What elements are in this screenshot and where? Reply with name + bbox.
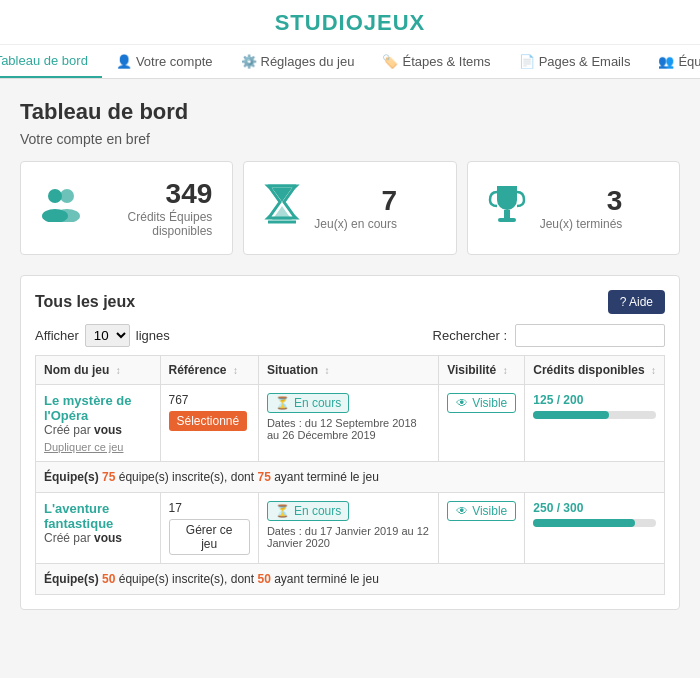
nav-item-reglages[interactable]: ⚙️ Réglages du jeu (227, 45, 369, 78)
nav-bar: 🏠 Tableau de bord 👤 Votre compte ⚙️ Régl… (0, 44, 700, 78)
team-label: Équipe(s) (44, 470, 99, 484)
col-reference-label: Référence (169, 363, 227, 377)
credits-text: 125 / 200 (533, 393, 656, 407)
cell-credits: 250 / 300 (525, 493, 665, 564)
col-situation-label: Situation (267, 363, 318, 377)
sort-icon-credits[interactable]: ↕ (651, 365, 656, 376)
nav-label-etapes: Étapes & Items (402, 54, 490, 69)
table-row: L'aventure fantastique Créé par vous 17 … (36, 493, 665, 564)
help-button[interactable]: ? Aide (608, 290, 665, 314)
sort-icon-reference[interactable]: ↕ (233, 365, 238, 376)
visibility-text: Visible (472, 504, 507, 518)
logo-text-jeux: JEUX (364, 10, 425, 35)
team-terminees-text: ayant terminé le jeu (274, 470, 379, 484)
gear-icon: ⚙️ (241, 54, 257, 69)
created-by-user: vous (94, 423, 122, 437)
team-cell: Équipe(s) 50 équipe(s) inscrite(s), dont… (36, 564, 665, 595)
sort-icon-situation[interactable]: ↕ (325, 365, 330, 376)
stat-number-en-cours: 7 (314, 185, 397, 217)
nav-item-compte[interactable]: 👤 Votre compte (102, 45, 227, 78)
eye-icon: 👁 (456, 396, 468, 410)
col-visibilite: Visibilité ↕ (439, 356, 525, 385)
status-badge: ⏳ En cours (267, 501, 349, 521)
team-icon: 👥 (658, 54, 674, 69)
hourglass-icon (264, 184, 300, 232)
team-cell: Équipe(s) 75 équipe(s) inscrite(s), dont… (36, 462, 665, 493)
entries-select[interactable]: 10 25 50 (85, 324, 130, 347)
nav-item-pages[interactable]: 📄 Pages & Emails (505, 45, 645, 78)
created-by: Créé par vous (44, 531, 152, 545)
show-entries: Afficher 10 25 50 lignes (35, 324, 170, 347)
duplicate-link[interactable]: Dupliquer ce jeu (44, 441, 152, 453)
cell-reference: 767 Sélectionné (160, 385, 258, 462)
col-visibilite-label: Visibilité (447, 363, 496, 377)
page-icon: 📄 (519, 54, 535, 69)
credits-text: 250 / 300 (533, 501, 656, 515)
search-box: Rechercher : (433, 324, 665, 347)
credits-bar-fill (533, 411, 609, 419)
credits-cell: 125 / 200 (533, 393, 656, 419)
nav-label-compte: Votre compte (136, 54, 213, 69)
cell-nom: Le mystère de l'Opéra Créé par vous Dupl… (36, 385, 161, 462)
credits-icon (41, 186, 81, 230)
sort-icon-visibilite[interactable]: ↕ (503, 365, 508, 376)
hourglass-status-icon: ⏳ (275, 504, 290, 518)
svg-point-0 (48, 189, 62, 203)
cell-visibilite: 👁 Visible (439, 385, 525, 462)
stat-details-credits: 349 Crédits Équipes disponibles (95, 178, 212, 238)
table-section-title: Tous les jeux (35, 293, 135, 311)
data-table: Nom du jeu ↕ Référence ↕ Situation ↕ Vis… (35, 355, 665, 595)
table-controls: Afficher 10 25 50 lignes Rechercher : (35, 324, 665, 347)
status-text: En cours (294, 396, 341, 410)
col-situation: Situation ↕ (258, 356, 438, 385)
team-label: Équipe(s) (44, 572, 99, 586)
cell-reference: 17 Gérer ce jeu (160, 493, 258, 564)
cell-situation: ⏳ En cours Dates : du 12 Septembre 2018 … (258, 385, 438, 462)
stat-card-termines: 3 Jeu(x) terminés (467, 161, 680, 255)
sort-icon-nom[interactable]: ↕ (116, 365, 121, 376)
team-row: Équipe(s) 50 équipe(s) inscrite(s), dont… (36, 564, 665, 595)
page-title: Tableau de bord (20, 99, 680, 125)
team-terminees-text: ayant terminé le jeu (274, 572, 379, 586)
logo-text-studio: STUDIO (275, 10, 364, 35)
team-inscrites-text: équipe(s) inscrite(s), dont (119, 572, 258, 586)
credits-bar-bg (533, 411, 656, 419)
stat-details-en-cours: 7 Jeu(x) en cours (314, 185, 397, 231)
status-dates: Dates : du 12 Septembre 2018 au 26 Décem… (267, 417, 430, 441)
credits-bar-fill (533, 519, 635, 527)
game-name: L'aventure fantastique (44, 501, 152, 531)
stat-card-credits: 349 Crédits Équipes disponibles (20, 161, 233, 255)
nav-item-equipes[interactable]: 👥 Équipes (644, 45, 700, 78)
nav-label-tableau: Tableau de bord (0, 53, 88, 68)
team-inscrites-text: équipe(s) inscrite(s), dont (119, 470, 258, 484)
table-section: Tous les jeux ? Aide Afficher 10 25 50 l… (20, 275, 680, 610)
svg-rect-7 (498, 218, 516, 222)
hourglass-status-icon: ⏳ (275, 396, 290, 410)
search-label: Rechercher : (433, 328, 507, 343)
cell-nom: L'aventure fantastique Créé par vous (36, 493, 161, 564)
nav-item-tableau[interactable]: 🏠 Tableau de bord (0, 45, 102, 78)
col-nom-label: Nom du jeu (44, 363, 109, 377)
credits-bar-bg (533, 519, 656, 527)
nav-item-etapes[interactable]: 🏷️ Étapes & Items (368, 45, 504, 78)
section-subtitle: Votre compte en bref (20, 131, 680, 147)
trophy-icon (488, 184, 526, 232)
manage-game-button[interactable]: Gérer ce jeu (169, 519, 250, 555)
site-logo: STUDIOJEUX (0, 10, 700, 36)
nav-label-equipes: Équipes (678, 54, 700, 69)
lines-label: lignes (136, 328, 170, 343)
col-credits-label: Crédits disponibles (533, 363, 644, 377)
svg-point-1 (60, 189, 74, 203)
reference-number: 767 (169, 393, 250, 407)
nav-label-reglages: Réglages du jeu (261, 54, 355, 69)
visibility-text: Visible (472, 396, 507, 410)
stat-label-credits: Crédits Équipes disponibles (95, 210, 212, 238)
status-text: En cours (294, 504, 341, 518)
stat-number-credits: 349 (95, 178, 212, 210)
stat-card-en-cours: 7 Jeu(x) en cours (243, 161, 456, 255)
stat-label-en-cours: Jeu(x) en cours (314, 217, 397, 231)
search-input[interactable] (515, 324, 665, 347)
ref-selected-badge: Sélectionné (169, 411, 248, 431)
team-terminees: 50 (257, 572, 270, 586)
show-label: Afficher (35, 328, 79, 343)
